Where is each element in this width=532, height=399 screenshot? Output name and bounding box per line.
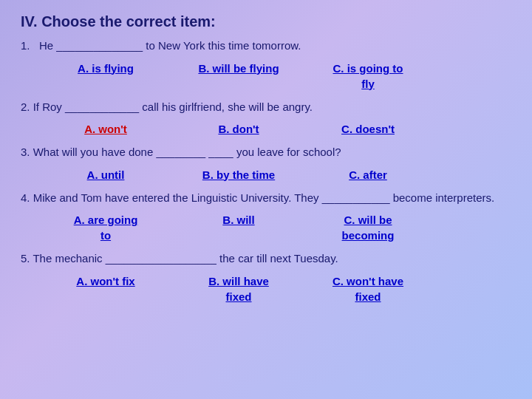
q5-answer-a[interactable]: A. won't fix [43,272,168,290]
q4-answer-c[interactable]: C. will bebecoming [309,211,427,245]
q2-answer-b[interactable]: B. don't [168,120,309,138]
question-4: 4. Mike and Tom have entered the Linguis… [21,190,511,207]
q3-answer-a[interactable]: A. until [43,166,168,184]
q1-answer-c[interactable]: C. is going tofly [309,59,427,93]
q4-answers: A. are goingto B. will C. will bebecomin… [43,211,511,245]
question-5: 5. The mechanic __________________ the c… [21,250,511,267]
q1-number: 1. [21,39,30,52]
q1-answer-b[interactable]: B. will be flying [168,59,309,78]
q5-answers: A. won't fix B. will havefixed C. won't … [43,272,511,306]
q5-answer-b[interactable]: B. will havefixed [168,272,309,306]
q4-answer-b[interactable]: B. will [168,211,309,229]
q4-answer-a[interactable]: A. are goingto [43,211,168,245]
q5-answer-c[interactable]: C. won't havefixed [309,272,427,306]
question-1: 1. He ______________ to New York this ti… [21,38,511,55]
q1-answers: A. is flying B. will be flying C. is goi… [43,59,511,93]
q2-answer-a[interactable]: A. won't [43,120,168,138]
q2-answer-c[interactable]: C. doesn't [309,120,427,138]
q2-answers: A. won't B. don't C. doesn't [43,120,511,138]
question-2: 2. If Roy ____________ call his girlfrie… [21,99,511,116]
section-title: IV. Choose the correct item: [21,13,511,30]
q3-answer-c[interactable]: C. after [309,166,427,184]
question-3: 3. What will you have done ________ ____… [21,144,511,161]
q1-answer-a[interactable]: A. is flying [43,59,168,78]
q3-answers: A. until B. by the time C. after [43,166,511,184]
main-container: IV. Choose the correct item: 1. He _____… [0,0,532,319]
q3-answer-b[interactable]: B. by the time [168,166,309,184]
